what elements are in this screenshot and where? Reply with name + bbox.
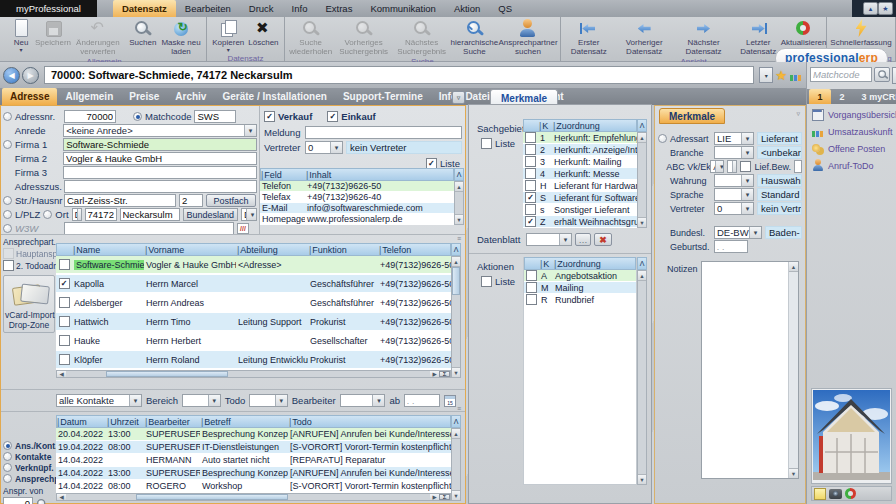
bundesland-select[interactable]: DE-BW	[241, 208, 257, 221]
sachgebiet-checkbox[interactable]	[525, 192, 536, 203]
fields-scrollbar[interactable]	[454, 181, 464, 225]
sachgebiete-scrollbar[interactable]	[637, 132, 647, 228]
contact-row[interactable]: Adelsberger Herrn Andreas Geschäftsführe…	[56, 294, 451, 313]
scroll-left-icon[interactable]	[57, 494, 66, 500]
ribbon-tab[interactable]: Info	[283, 0, 317, 17]
tab-geraete-installationen[interactable]: Geräte / Installationen	[214, 88, 334, 105]
scroll-up-icon[interactable]	[452, 257, 460, 267]
meldung-input[interactable]	[305, 126, 462, 139]
notizen-textarea[interactable]	[702, 262, 788, 478]
column-filter-button[interactable]: Λ	[451, 415, 461, 428]
field-row[interactable]: Telefax +49(7132)9626-40	[260, 192, 454, 203]
title-dropdown-button[interactable]	[759, 67, 773, 83]
scroll-up-icon[interactable]	[452, 429, 460, 439]
contact-checkbox[interactable]	[59, 354, 70, 365]
sidebar-item-offene-posten[interactable]: Offene Posten	[807, 140, 896, 157]
datenblatt-browse-button[interactable]: …	[575, 233, 591, 246]
aktion-checkbox[interactable]	[526, 270, 537, 281]
column-header-funktion[interactable]: Funktion	[309, 245, 379, 255]
search-icon[interactable]	[35, 497, 48, 504]
column-filter-button[interactable]: Λ	[454, 168, 464, 181]
tab-preise[interactable]: Preise	[121, 88, 167, 105]
einkauf-checkbox[interactable]	[327, 111, 338, 122]
ribbon-tab[interactable]: Kommunikation	[361, 0, 444, 17]
ribbon-tab[interactable]: QS	[489, 0, 521, 17]
todo-row[interactable]: 20.04.2022 13:00 SUPERUSER Besprechung K…	[56, 428, 451, 441]
column-header-zuordnung[interactable]: Zuordnung	[553, 121, 636, 131]
firma1-input[interactable]	[63, 138, 257, 151]
suche-wiederholen-button[interactable]: Suche wiederholen	[288, 18, 334, 56]
kontakte-filter-select[interactable]: alle Kontakte	[56, 394, 142, 407]
contact-checkbox[interactable]	[59, 335, 70, 346]
favorites-button[interactable]: ★	[878, 2, 893, 15]
sachgebiet-row[interactable]: 3 Herkunft: Mailing	[523, 156, 637, 168]
scroll-down-icon[interactable]	[789, 468, 798, 478]
sachgebiet-row[interactable]: s Sonstiger Lieferant	[523, 204, 637, 216]
kopieren-button[interactable]: Kopieren	[210, 18, 246, 53]
adressart-select[interactable]: LIE	[714, 132, 754, 145]
w3w-radio[interactable]	[3, 224, 12, 233]
sachgebiet-checkbox[interactable]	[525, 168, 536, 179]
merkmale-form-tab[interactable]: Merkmale	[659, 108, 725, 124]
w3w-button[interactable]: ///	[237, 223, 249, 234]
todos-scrollbar[interactable]	[451, 428, 461, 501]
column-header-betreff[interactable]: Betreff	[201, 417, 289, 427]
bereich-select[interactable]	[182, 394, 221, 407]
todos-hscrollbar[interactable]: Σ	[56, 493, 451, 501]
ab-date-input[interactable]	[404, 394, 440, 407]
sum-button[interactable]: Σ	[439, 371, 450, 377]
ribbon-tab[interactable]: Druck	[240, 0, 283, 17]
scroll-up-icon[interactable]	[455, 182, 463, 192]
scroll-right-icon[interactable]	[430, 371, 439, 377]
contact-row[interactable]: Hauke Herrn Herbert Gesellschafter +49(7…	[56, 332, 451, 351]
neu-button[interactable]: Neu	[5, 18, 37, 53]
vorheriger-datensatz-button[interactable]: Vorheriger Datensatz	[613, 18, 674, 56]
aktualisieren-button[interactable]: Aktualisieren	[784, 18, 823, 48]
sidebar-item-anruf-todo[interactable]: Anruf-ToDo	[807, 157, 896, 174]
building-photo[interactable]	[811, 388, 892, 484]
anrede-select[interactable]: <keine Anrede>	[63, 124, 257, 137]
note-icon[interactable]	[814, 488, 826, 500]
scroll-right-icon[interactable]	[430, 494, 439, 500]
hierarchische-suche-button[interactable]: hierarchische Suche	[450, 18, 499, 56]
strasse-radio[interactable]	[3, 196, 12, 205]
scroll-thumb[interactable]	[452, 267, 460, 295]
calendar-icon[interactable]: 15	[444, 395, 456, 407]
naechster-datensatz-button[interactable]: Nächster Datensatz	[675, 18, 733, 56]
adresszus-input[interactable]	[64, 180, 257, 193]
pin-icon[interactable]: ▿	[796, 111, 800, 117]
favorite-star-icon[interactable]: ★	[775, 68, 787, 83]
maske-neu-laden-button[interactable]: Maske neu laden	[159, 18, 203, 56]
todo-row[interactable]: 19.04.2022 08:00 SUPERUSER IT-Dienstleis…	[56, 441, 451, 454]
lplz-radio[interactable]	[3, 210, 12, 219]
column-header-abteilung[interactable]: Abteilung	[237, 245, 309, 255]
scroll-down-icon[interactable]	[452, 490, 460, 500]
scroll-up-icon[interactable]	[638, 271, 646, 281]
column-header-uhrzeit[interactable]: Uhrzeit	[107, 417, 145, 427]
ansprechpartner-suchen-button[interactable]: Ansprechpartner suchen	[499, 18, 557, 56]
column-filter-button[interactable]: Λ	[637, 257, 647, 270]
datenblatt-clear-button[interactable]: ✖	[594, 233, 612, 246]
scroll-thumb[interactable]	[136, 494, 288, 500]
column-header-bearbeiter[interactable]: Bearbeiter	[145, 417, 201, 427]
notizen-scrollbar[interactable]	[788, 262, 798, 478]
ribbon-tab[interactable]: Extras	[316, 0, 361, 17]
column-header-k[interactable]: K	[539, 121, 553, 131]
naechstes-suchergebnis-button[interactable]: Nächstes Suchergebnis	[393, 18, 450, 56]
field-row[interactable]: Telefon +49(7132)9626-50	[260, 181, 454, 192]
contact-checkbox[interactable]	[59, 316, 70, 327]
scroll-thumb[interactable]	[106, 371, 228, 377]
liefbew-input[interactable]	[794, 160, 802, 173]
branche-select[interactable]	[714, 146, 754, 159]
abc-ek-select[interactable]	[727, 160, 737, 173]
tab-support-termine[interactable]: Support-Termine	[335, 88, 431, 105]
view-anskont-radio[interactable]: Ans./Kont.	[3, 440, 55, 451]
hausnr-input[interactable]	[179, 194, 203, 207]
grip-icon[interactable]: ≡	[457, 236, 461, 242]
sidebar-item-umsatzauskunft[interactable]: Umsatzauskunft	[807, 123, 896, 140]
contact-row[interactable]: Klöpfer Herrn Roland Leitung Entwicklung…	[56, 351, 451, 370]
column-header-k[interactable]: K	[540, 259, 554, 269]
matchcode-search-dropdown[interactable]	[892, 67, 896, 84]
vertreter-select[interactable]: 0	[714, 202, 754, 215]
forward-button[interactable]	[22, 67, 39, 84]
